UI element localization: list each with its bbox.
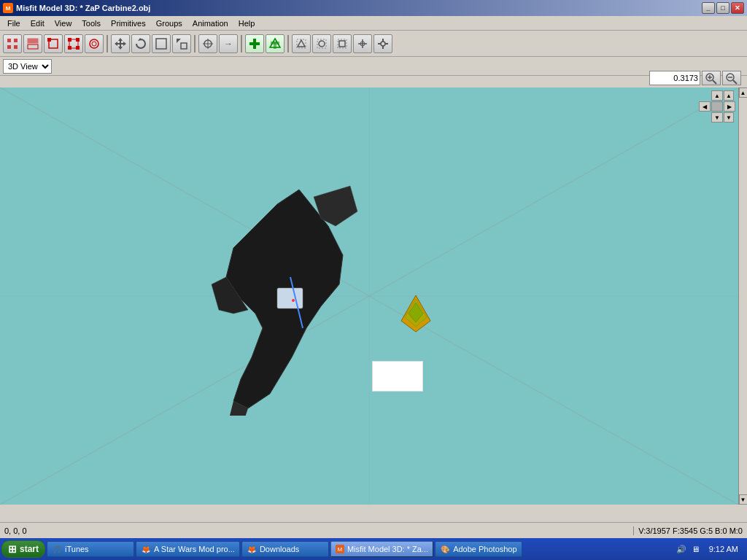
svg-rect-59: [277, 288, 303, 308]
svg-point-34: [319, 41, 325, 47]
taskbar-photoshop[interactable]: 🎨 Adobe Photoshop: [435, 541, 522, 557]
itunes-icon: 🎵: [52, 544, 62, 554]
svg-point-62: [292, 299, 295, 302]
move-btn[interactable]: [111, 34, 130, 53]
taskbar-tray: 🔊 🖥 9:12 AM: [676, 543, 746, 555]
view-dropdown[interactable]: 3D View Top Front Left: [3, 59, 52, 74]
speaker-icon: 🔊: [676, 543, 687, 555]
svg-rect-5: [28, 44, 38, 49]
svg-rect-11: [76, 46, 80, 50]
app-icon: M: [3, 3, 13, 13]
svg-rect-9: [76, 38, 80, 42]
right-scrollbar[interactable]: ▲ ▼: [738, 88, 747, 505]
scroll-down-btn[interactable]: ▼: [739, 494, 748, 505]
nav-up-btn[interactable]: ▲: [711, 90, 723, 101]
select-connected-btn[interactable]: [64, 34, 83, 53]
taskbar-photoshop-label: Adobe Photoshop: [453, 545, 516, 553]
nav-center-btn[interactable]: [711, 101, 723, 112]
bg-select-btn[interactable]: [292, 34, 311, 53]
scale-rect-btn[interactable]: [152, 34, 171, 53]
maximize-button[interactable]: □: [716, 2, 729, 14]
view-bar: 3D View Top Front Left: [0, 57, 747, 76]
bg-tool2-btn[interactable]: [353, 34, 372, 53]
svg-point-16: [90, 39, 98, 48]
menu-view[interactable]: View: [50, 18, 77, 29]
taskbar-misfit[interactable]: M Misfit Model 3D: * Za...: [330, 541, 433, 557]
extrude-btn[interactable]: [198, 34, 217, 53]
white-rect: [372, 361, 423, 392]
select-vertices-btn[interactable]: [3, 34, 22, 53]
viewport-zoom-down[interactable]: ▼: [724, 112, 734, 122]
coordinates-display: 0, 0, 0: [0, 526, 633, 535]
monitor-icon: 🖥: [690, 543, 702, 555]
menu-file[interactable]: File: [3, 18, 25, 29]
zoom-out-btn[interactable]: [722, 71, 741, 85]
menu-groups[interactable]: Groups: [152, 18, 187, 29]
minimize-button[interactable]: _: [702, 2, 715, 14]
nav-right-btn[interactable]: ▶: [724, 101, 735, 112]
svg-rect-8: [68, 38, 71, 42]
viewport[interactable]: ◀ ▲ ▶ ▼ ▲ ▼: [0, 88, 738, 505]
taskbar-firefox1-label: A Star Wars Mod pro...: [154, 545, 235, 553]
viewport-nav: ◀ ▲ ▶ ▼ ▲ ▼: [699, 90, 735, 122]
svg-marker-21: [177, 39, 181, 43]
svg-point-17: [92, 42, 96, 46]
lasso-btn[interactable]: [85, 34, 104, 53]
svg-marker-18: [115, 38, 126, 50]
svg-line-46: [713, 80, 716, 84]
windows-logo: ⊞: [8, 543, 17, 555]
start-button[interactable]: ⊞ start: [1, 540, 45, 558]
scale-btn[interactable]: [172, 34, 191, 53]
nav-down-btn[interactable]: ▼: [711, 112, 723, 122]
menu-animation[interactable]: Animation: [188, 18, 233, 29]
scroll-up-btn[interactable]: ▲: [739, 88, 748, 98]
zoom-buttons: [702, 71, 741, 85]
svg-rect-20: [156, 39, 166, 49]
svg-point-44: [381, 42, 385, 46]
window-title: Misfit Model 3D: * ZaP Carbine2.obj: [16, 4, 150, 12]
taskbar-itunes[interactable]: 🎵 iTunes: [47, 541, 134, 557]
move-vertex-btn[interactable]: →: [219, 34, 238, 53]
svg-rect-3: [14, 45, 18, 49]
select-tool-btn[interactable]: [44, 34, 63, 53]
svg-rect-36: [339, 41, 345, 47]
zoom-in-btn[interactable]: [702, 71, 721, 85]
add-vertex-btn[interactable]: [245, 34, 264, 53]
photoshop-icon: 🎨: [440, 544, 450, 554]
taskbar-downloads[interactable]: 🦊 Downloads: [241, 541, 329, 557]
toolbar: →: [0, 31, 747, 57]
taskbar-itunes-label: iTunes: [65, 545, 89, 553]
bg-rotate-btn[interactable]: [312, 34, 331, 53]
svg-rect-1: [14, 39, 18, 42]
rotate-btn[interactable]: [131, 34, 150, 53]
select-faces-btn[interactable]: [23, 34, 42, 53]
svg-rect-10: [68, 46, 71, 50]
taskbar: ⊞ start 🎵 iTunes 🦊 A Star Wars Mod pro..…: [0, 538, 747, 560]
menu-edit[interactable]: Edit: [26, 18, 49, 29]
viewport-zoom-up[interactable]: ▲: [724, 90, 734, 101]
close-button[interactable]: ✕: [731, 2, 744, 14]
bg-scale-btn[interactable]: [333, 34, 352, 53]
sep2: [194, 35, 196, 52]
menu-tools[interactable]: Tools: [77, 18, 105, 29]
sep1: [107, 35, 108, 52]
svg-rect-7: [47, 38, 51, 42]
menu-bar: File Edit View Tools Primitives Groups A…: [0, 16, 747, 31]
title-bar: M Misfit Model 3D: * ZaP Carbine2.obj _ …: [0, 0, 747, 16]
taskbar-misfit-label: Misfit Model 3D: * Za...: [347, 545, 428, 553]
window-controls: _ □ ✕: [702, 2, 744, 14]
svg-line-50: [733, 80, 737, 84]
nav-left-btn[interactable]: ◀: [699, 101, 711, 112]
menu-help[interactable]: Help: [234, 18, 260, 29]
snap-btn[interactable]: [374, 34, 392, 53]
sep3: [241, 35, 242, 52]
sep4: [287, 35, 289, 52]
menu-primitives[interactable]: Primitives: [107, 18, 150, 29]
secondary-object: [394, 292, 438, 337]
taskbar-firefox-1[interactable]: 🦊 A Star Wars Mod pro...: [136, 541, 240, 557]
system-clock: 9:12 AM: [705, 545, 743, 553]
zoom-input[interactable]: 0.3173: [649, 71, 700, 85]
add-face-btn[interactable]: [266, 34, 285, 53]
taskbar-downloads-label: Downloads: [260, 545, 299, 553]
svg-rect-2: [7, 45, 11, 49]
